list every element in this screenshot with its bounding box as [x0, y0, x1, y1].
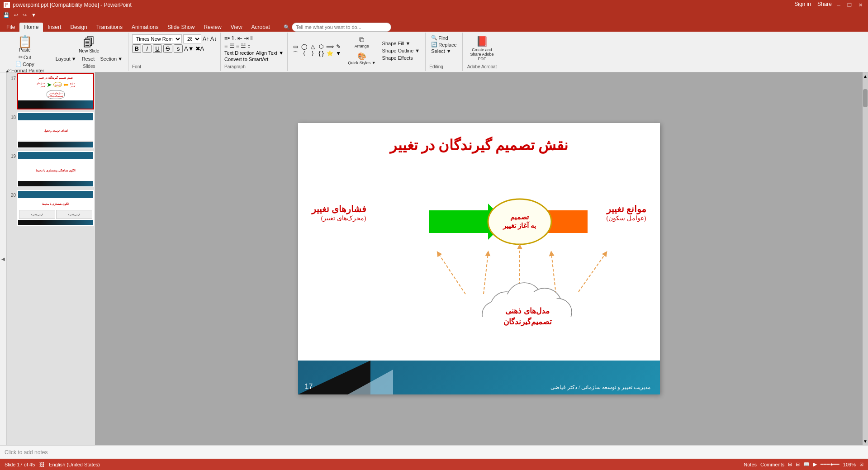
- scroll-up-button[interactable]: ▲: [862, 72, 868, 80]
- slide-canvas[interactable]: نقش تصمیم گیرندگان در تغییر فشارهای تغیی…: [298, 123, 660, 394]
- font-size-select[interactable]: 28: [183, 34, 201, 43]
- tab-home[interactable]: Home: [19, 23, 43, 32]
- arrange-button[interactable]: ⧉ Arrange: [346, 34, 378, 50]
- thumbnail-slide-18: اهداف توسعه و تحول: [18, 113, 93, 147]
- minimize-button[interactable]: ─: [835, 1, 843, 9]
- save-qa-button[interactable]: 💾: [2, 12, 11, 19]
- close-button[interactable]: ✕: [856, 1, 864, 9]
- shape-effects-button[interactable]: Shape Effects: [380, 55, 422, 61]
- align-text-button[interactable]: Align Text ▼: [256, 50, 284, 56]
- select-button[interactable]: Select ▼: [429, 48, 458, 54]
- collapse-icon[interactable]: ◀: [1, 256, 5, 261]
- notes-area[interactable]: Click to add notes: [0, 445, 868, 459]
- search-bar[interactable]: 🔍: [284, 23, 391, 32]
- status-bar: Slide 17 of 45 🖼 English (United States)…: [0, 459, 868, 470]
- cloud-line2: تصمیم‌گیرندگان: [503, 318, 552, 326]
- redo-qa-button[interactable]: ↪: [21, 12, 28, 19]
- arrange-icon: ⧉: [359, 36, 364, 44]
- convert-smartart-button[interactable]: Convert to SmartArt: [224, 57, 268, 62]
- drawing-group: ▭ ◯ △ ⬡ ⟹ ✎ ⌒ ⟨ ⟩ { } ⭐ ▼ ⧉ Arrange 🎨: [288, 33, 426, 71]
- new-slide-label: New Slide: [79, 48, 99, 53]
- quick-styles-button[interactable]: 🎨 Quick Styles ▼: [346, 51, 378, 66]
- ribbon-tabs: File Home Insert Design Transitions Anim…: [0, 20, 868, 32]
- thumb-17[interactable]: 17 نقش تصمیم گیرندگان در تغییر فشارهایتغ…: [7, 72, 95, 110]
- slideshow-button[interactable]: ▶: [813, 461, 817, 467]
- thumb-orange-arrow: ⬅: [63, 81, 69, 88]
- customize-qa-button[interactable]: ▼: [30, 12, 38, 18]
- slide-sorter-button[interactable]: ⊟: [796, 461, 800, 467]
- find-button[interactable]: 🔍 Find: [429, 34, 458, 41]
- paste-label: Paste: [19, 47, 31, 52]
- justify-button[interactable]: ☱: [241, 43, 246, 49]
- tab-review[interactable]: Review: [199, 23, 226, 32]
- vertical-scrollbar[interactable]: ▲ ▼: [863, 72, 868, 445]
- normal-view-button[interactable]: ⊞: [788, 461, 792, 467]
- bullets-button[interactable]: ≡•: [224, 35, 230, 42]
- fit-slide-button[interactable]: ⊡: [859, 461, 863, 467]
- diagram-svg: [298, 163, 660, 317]
- replace-button[interactable]: 🔄 Replace: [429, 41, 458, 48]
- tab-view[interactable]: View: [226, 23, 247, 32]
- comments-button[interactable]: Comments: [760, 462, 784, 467]
- tab-animations[interactable]: Animations: [127, 23, 163, 32]
- tab-insert[interactable]: Insert: [43, 23, 66, 32]
- scroll-down-button[interactable]: ▼: [862, 437, 868, 445]
- increase-indent-button[interactable]: ⇥: [244, 35, 249, 42]
- right-thumbnails-panel: 17 نقش تصمیم گیرندگان در تغییر فشارهایتغ…: [7, 72, 95, 445]
- create-share-pdf-button[interactable]: 📕 Create and Share Adobe PDF: [466, 34, 498, 62]
- editing-label: Editing: [429, 63, 458, 69]
- font-name-select[interactable]: Times New Roman: [132, 34, 182, 43]
- footer-bg: مدیریت تغییر و توسعه سازمانی / دکتر فیاض…: [298, 361, 660, 394]
- clear-formatting-button[interactable]: ✖A: [195, 45, 204, 52]
- title-bar: 🅿 powerpoint.ppt [Compatibility Mode] - …: [0, 0, 868, 10]
- status-left: Slide 17 of 45 🖼 English (United States): [5, 462, 100, 467]
- tab-slideshow[interactable]: Slide Show: [163, 23, 199, 32]
- italic-button[interactable]: I: [142, 44, 152, 53]
- copy-button[interactable]: 📄 Copy: [14, 61, 36, 67]
- main-area: ◀ 17 نقش تصمیم گیرندگان در تغییر فشارهای…: [0, 72, 868, 445]
- section-button[interactable]: Section ▼: [98, 56, 124, 62]
- tab-acrobat[interactable]: Acrobat: [247, 23, 275, 32]
- cut-button[interactable]: ✂ Cut: [17, 54, 33, 61]
- shadow-button[interactable]: s: [174, 44, 183, 53]
- undo-qa-button[interactable]: ↩: [13, 12, 19, 19]
- sign-in-button[interactable]: Sign in: [794, 1, 811, 9]
- search-input[interactable]: [292, 23, 391, 32]
- paragraph-label: Paragraph: [224, 63, 284, 69]
- align-right-button[interactable]: ≡: [236, 43, 240, 49]
- layout-button[interactable]: Layout ▼: [54, 56, 78, 62]
- tab-transitions[interactable]: Transitions: [92, 23, 127, 32]
- title-bar-title: powerpoint.ppt [Compatibility Mode] - Po…: [13, 2, 132, 8]
- increase-font-button[interactable]: A↑: [203, 36, 209, 42]
- shape-fill-button[interactable]: Shape Fill ▼: [380, 40, 422, 47]
- shape-outline-button[interactable]: Shape Outline ▼: [380, 47, 422, 54]
- align-left-button[interactable]: ≡: [224, 43, 228, 49]
- app-icon: 🅿: [4, 1, 10, 9]
- line-spacing-button[interactable]: ↕: [247, 43, 251, 49]
- scrollbar-thumb[interactable]: [863, 89, 868, 107]
- title-bar-right[interactable]: Sign in Share ─ ❐ ✕: [794, 1, 864, 9]
- paste-button[interactable]: 📋 Paste: [14, 34, 35, 54]
- zoom-slider[interactable]: ━━━●━━: [821, 461, 840, 467]
- tab-file[interactable]: File: [2, 23, 19, 32]
- reset-button[interactable]: Reset: [80, 56, 97, 62]
- notes-button[interactable]: Notes: [744, 462, 757, 467]
- numbering-button[interactable]: 1.: [231, 35, 236, 42]
- text-direction-button[interactable]: Text Direction: [224, 50, 255, 56]
- thumb-18[interactable]: 18 اهداف توسعه و تحول: [7, 111, 95, 149]
- thumb-20[interactable]: 20 الگوی همسازی با محیط گزینش واکنش ۳ گز…: [7, 189, 95, 227]
- tab-design[interactable]: Design: [66, 23, 91, 32]
- reading-view-button[interactable]: 📖: [803, 461, 810, 467]
- new-slide-button[interactable]: 🗐 New Slide: [76, 35, 101, 55]
- restore-button[interactable]: ❐: [845, 1, 854, 9]
- bold-button[interactable]: B: [132, 44, 141, 53]
- decrease-indent-button[interactable]: ⇤: [237, 35, 242, 42]
- thumb-19[interactable]: 19 الگوی هماهنگی و همسازی با محیط: [7, 150, 95, 188]
- decrease-font-button[interactable]: A↓: [210, 36, 217, 42]
- underline-button[interactable]: U: [153, 44, 162, 53]
- share-button[interactable]: Share: [817, 1, 832, 9]
- strikethrough-button[interactable]: S: [163, 44, 172, 53]
- font-color-button[interactable]: A▼: [184, 45, 194, 52]
- columns-button[interactable]: ⫴: [250, 34, 253, 42]
- align-center-button[interactable]: ☰: [229, 43, 235, 49]
